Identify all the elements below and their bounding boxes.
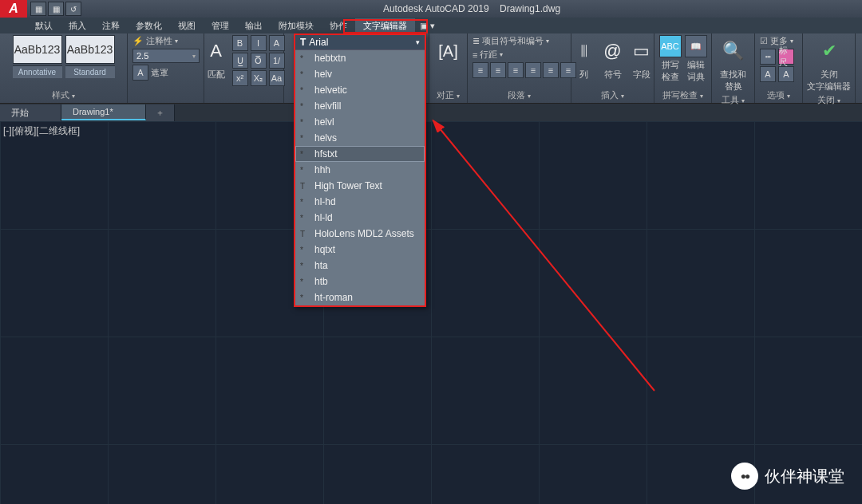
truetype-icon: T <box>300 230 310 238</box>
font-option[interactable]: *helvetic <box>295 82 425 98</box>
font-option[interactable]: *helv <box>295 66 425 82</box>
panel-label-spell: 拼写检查 <box>662 88 702 103</box>
menu-addins[interactable]: 附加模块 <box>271 18 322 33</box>
window-title: Autodesk AutoCAD 2019 Drawing1.dwg <box>81 3 862 14</box>
app-logo: A <box>0 0 27 18</box>
qat-button[interactable]: ▦ <box>48 2 64 16</box>
qat-button[interactable]: ↺ <box>65 2 81 16</box>
panel-tools: 🔍 查找和 替换 工具 <box>712 33 755 103</box>
font-option[interactable]: *ht-roman <box>295 289 425 305</box>
superscript-button[interactable]: x² <box>232 70 248 86</box>
panel-label-tools: 工具 <box>722 93 744 108</box>
menu-manage[interactable]: 管理 <box>204 18 237 33</box>
font-option-label: helv <box>314 69 332 80</box>
menu-insert[interactable]: 插入 <box>61 18 94 33</box>
panel-style: AaBb123 Annotative AaBb123 Standard 样式 <box>0 33 128 103</box>
field-icon[interactable]: ▭ <box>629 35 654 67</box>
bullets-icon: ≣ <box>473 36 480 46</box>
annotative-label[interactable]: 注释性 <box>146 35 172 47</box>
font-a-button[interactable]: A <box>269 35 285 51</box>
style-preview-standard[interactable]: AaBb123 <box>65 35 115 64</box>
font-dropdown[interactable]: T Arial *hebtxtn*helv*helvetic*helvfill*… <box>294 33 426 307</box>
font-option[interactable]: THoloLens MDL2 Assets <box>295 226 425 242</box>
font-option[interactable]: *helvl <box>295 114 425 130</box>
bullets-label[interactable]: 项目符号和编号 <box>482 35 544 47</box>
highlight-button[interactable]: 标尺 <box>778 49 794 65</box>
font-option[interactable]: *hl-ld <box>295 210 425 226</box>
align-justify-button[interactable]: ≡ <box>525 62 541 78</box>
truetype-icon: T <box>300 182 310 191</box>
quick-access-toolbar: ▦ ▦ ↺ <box>30 2 81 16</box>
symbol-icon[interactable]: @ <box>600 35 626 67</box>
mask-icon[interactable]: A <box>132 65 148 81</box>
align-right-button[interactable]: ≡ <box>508 62 524 78</box>
close-editor-icon[interactable]: ✔ <box>817 35 842 67</box>
font-option-label: hfstxt <box>314 148 338 159</box>
menu-annotate[interactable]: 注释 <box>94 18 128 33</box>
font-selected-row[interactable]: T Arial <box>295 35 425 50</box>
tab-new[interactable]: ＋ <box>146 104 175 121</box>
font-list[interactable]: *hebtxtn*helv*helvetic*helvfill*helvl*he… <box>295 50 425 305</box>
dict-icon[interactable]: 📖 <box>685 35 707 57</box>
italic-button[interactable]: I <box>251 35 267 51</box>
panel-label-close: 关闭 <box>817 93 840 108</box>
ruler-button[interactable]: ┅ <box>760 49 776 65</box>
tab-drawing1[interactable]: Drawing1* <box>61 104 146 120</box>
panel-justify: [A] 对正 <box>429 33 468 103</box>
font-option[interactable]: *hta <box>295 258 425 274</box>
drawing-canvas[interactable]: [-][俯视][二维线框] <box>0 121 862 504</box>
watermark: ●● 伙伴神课堂 <box>731 463 844 490</box>
align-left-button[interactable]: ≡ <box>473 62 488 78</box>
font-option[interactable]: THigh Tower Text <box>295 178 425 194</box>
font-option[interactable]: *hhh <box>295 162 425 178</box>
font-option[interactable]: *helvs <box>295 130 425 146</box>
field-label: 字段 <box>633 69 650 81</box>
shx-icon: * <box>300 54 310 63</box>
font-option[interactable]: *hl-hd <box>295 194 425 210</box>
mask-label[interactable]: 遮罩 <box>151 67 168 79</box>
font-option-label: hhh <box>314 164 330 175</box>
underline-button[interactable]: U̲ <box>232 53 248 69</box>
font-option[interactable]: *helvfill <box>295 98 425 114</box>
bold-button[interactable]: B <box>232 35 248 51</box>
tab-start[interactable]: 开始 <box>0 104 61 121</box>
align-center-button[interactable]: ≡ <box>490 62 506 78</box>
opt-b-button[interactable]: A <box>778 66 794 82</box>
style-name: Standard <box>65 65 115 78</box>
menu-parametric[interactable]: 参数化 <box>128 18 170 33</box>
font-option-label: High Tower Text <box>314 180 382 191</box>
subscript-button[interactable]: X₂ <box>251 70 267 86</box>
menu-view[interactable]: 视图 <box>170 18 204 33</box>
justify-icon[interactable]: [A] <box>436 35 461 67</box>
ribbon: AaBb123 Annotative AaBb123 Standard 样式 ⚡… <box>0 33 862 104</box>
font-option-label: hl-hd <box>314 196 336 207</box>
lightning-icon: ⚡ <box>132 36 144 46</box>
font-option[interactable]: *hfstxt <box>295 146 425 162</box>
align-dist-button[interactable]: ≡ <box>543 62 559 78</box>
opt-a-button[interactable]: A <box>760 66 776 82</box>
shx-icon: * <box>300 278 310 286</box>
style-preview-annotative[interactable]: AaBb123 <box>13 35 62 64</box>
case-button[interactable]: Aa <box>269 70 285 86</box>
menu-default[interactable]: 默认 <box>27 18 61 33</box>
font-option[interactable]: *hqtxt <box>295 242 425 258</box>
strike-button[interactable]: 1/ <box>269 53 285 69</box>
panel-paragraph: ≣项目符号和编号▾ ≡行距▾ ≡ ≡ ≡ ≡ ≡ ≡ 段落 <box>468 33 571 103</box>
highlight-box-tab <box>343 19 428 33</box>
menu-output[interactable]: 输出 <box>237 18 271 33</box>
overline-button[interactable]: O̅ <box>251 53 267 69</box>
spacing-label[interactable]: 行距 <box>480 49 497 61</box>
font-option[interactable]: *htb <box>295 274 425 289</box>
more-icon: ☑ <box>760 36 768 46</box>
font-option[interactable]: *hebtxtn <box>295 50 425 66</box>
panel-close: ✔ 关闭 文字编辑器 关闭 <box>803 33 856 103</box>
spellcheck-label: 拼写 检查 <box>662 59 679 83</box>
columns-icon[interactable]: ⫴ <box>571 35 597 67</box>
spellcheck-icon[interactable]: ABC <box>659 35 682 57</box>
viewport-label[interactable]: [-][俯视][二维线框] <box>3 124 80 138</box>
match-icon[interactable]: A <box>204 35 229 67</box>
text-height-combo[interactable]: 2.5 <box>132 49 200 63</box>
find-icon[interactable]: 🔍 <box>721 35 746 67</box>
shx-icon: * <box>300 166 310 175</box>
qat-button[interactable]: ▦ <box>30 2 46 16</box>
